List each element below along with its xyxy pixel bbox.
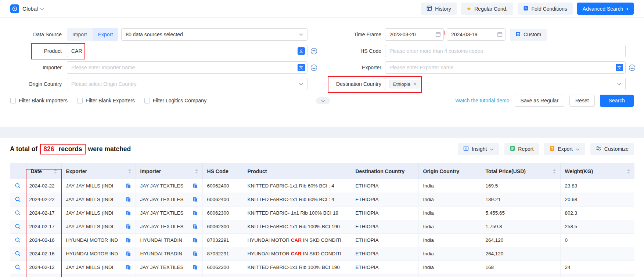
column-header-exporter[interactable]: Exporter [61, 163, 136, 179]
copy-icon[interactable] [126, 224, 131, 229]
data-source-select[interactable]: 80 data sources selected [121, 28, 307, 41]
summary-suffix: were matched [88, 145, 131, 153]
cell-origin: India [418, 179, 481, 193]
importer-label: Importer [10, 65, 62, 70]
copy-icon[interactable] [193, 237, 198, 243]
cell-exporter: HYUNDAI MOTOR IND [61, 247, 136, 260]
cell-detail [10, 179, 26, 193]
reset-button[interactable]: Reset [569, 95, 595, 107]
chevron-down-icon [617, 83, 621, 85]
cell-product: KNITTED FABRIC-1x1 Rib 60% BCI : 4 [243, 179, 351, 193]
cell-hs-code: 60062400 [202, 193, 243, 206]
cell-importer: Cadila Pharmaceuti [136, 274, 202, 277]
remove-tag-icon[interactable]: ✕ [413, 82, 417, 86]
copy-icon[interactable] [126, 251, 131, 256]
sort-icon[interactable] [553, 169, 556, 174]
calendar-icon[interactable] [497, 32, 503, 37]
product-input[interactable] [67, 45, 307, 57]
row-search-icon[interactable] [15, 210, 21, 216]
row-search-icon[interactable] [15, 183, 21, 189]
cell-hs-code: 87032291 [202, 233, 243, 247]
row-search-icon[interactable] [15, 237, 21, 243]
filter-logistics-checkbox[interactable]: Filter Logitics Company [144, 98, 206, 103]
checkbox-icon[interactable] [10, 98, 16, 103]
advanced-search-button[interactable]: Advanced Search › [577, 3, 634, 15]
customize-button[interactable]: Customize [590, 143, 634, 155]
hs-code-input[interactable] [385, 45, 626, 57]
save-as-regular-button[interactable]: Save as Regular [515, 95, 565, 107]
row-search-icon[interactable] [15, 196, 21, 203]
results-summary: A total of 826 records were matched [10, 144, 131, 154]
cell-importer: JAY JAY TEXTILES [136, 220, 202, 233]
copy-icon[interactable] [193, 210, 198, 216]
translate-icon[interactable]: 文 [298, 64, 305, 71]
custom-range-button[interactable]: Custom [510, 29, 547, 41]
copy-icon[interactable] [193, 197, 198, 202]
tutorial-link[interactable]: Watch the tutorial demo [455, 98, 509, 103]
copy-icon[interactable] [126, 197, 131, 202]
fold-icon [523, 6, 529, 12]
exporter-input[interactable] [385, 61, 626, 74]
cell-total-price: 264,120 [481, 247, 560, 260]
insight-button[interactable]: Insight [458, 143, 499, 155]
filter-blank-exporters-checkbox[interactable]: Filter Blank Exporters [77, 98, 135, 103]
cell-detail [10, 193, 26, 206]
report-icon [510, 146, 515, 152]
filter-blank-importers-checkbox[interactable]: Filter Blank Importers [10, 98, 68, 103]
import-tab[interactable]: Import [67, 28, 93, 41]
copy-icon[interactable] [126, 183, 131, 189]
copy-icon[interactable] [193, 265, 198, 270]
column-header-date[interactable]: Date [26, 163, 61, 179]
column-header-total-price-usd[interactable]: Total Price(USD) [481, 163, 560, 179]
collapse-form-button[interactable] [316, 97, 330, 104]
logic-toggle-icon[interactable] [310, 48, 317, 55]
destination-country-select[interactable]: Ethiopia ✕ [385, 78, 626, 90]
sort-icon[interactable] [195, 169, 198, 174]
translate-icon[interactable]: 文 [298, 47, 305, 55]
results-section: A total of 826 records were matched Insi… [0, 142, 644, 277]
checkbox-icon[interactable] [77, 98, 83, 103]
sort-icon[interactable] [128, 169, 131, 174]
cell-total-price: 264,120 [481, 233, 560, 247]
summary-prefix: A total of [10, 145, 37, 153]
logic-toggle-icon[interactable] [310, 64, 317, 71]
regular-cond-button[interactable]: ★ Regular Cond. [461, 3, 513, 15]
row-search-icon[interactable] [15, 223, 21, 230]
checkbox-icon[interactable] [144, 98, 150, 103]
date-start-field [385, 28, 444, 41]
calendar-icon[interactable] [435, 32, 441, 37]
copy-icon[interactable] [126, 265, 131, 270]
copy-icon[interactable] [193, 251, 198, 256]
customize-icon [596, 146, 601, 152]
row-search-icon[interactable] [15, 264, 21, 270]
copy-icon[interactable] [193, 224, 198, 229]
export-tab[interactable]: Export [93, 28, 118, 41]
origin-country-select[interactable]: Please select Origin Country [67, 78, 307, 90]
sort-icon[interactable] [627, 169, 630, 174]
logic-toggle-icon[interactable] [629, 64, 636, 71]
cell-hs-code: 48191010 [202, 274, 243, 277]
copy-icon[interactable] [126, 210, 131, 216]
copy-icon[interactable] [126, 237, 131, 243]
translate-icon[interactable]: 文 [616, 64, 623, 71]
copy-icon[interactable] [193, 183, 198, 189]
cell-detail [10, 274, 26, 277]
date-start-input[interactable] [385, 28, 444, 41]
history-button[interactable]: History [421, 3, 457, 15]
column-header-importer[interactable]: Importer [136, 163, 202, 179]
chevron-down-icon [299, 33, 303, 36]
sort-icon[interactable] [54, 169, 57, 174]
cell-product: KNITTED FABRIC-1x1 Rib 100% BCI 190 [243, 260, 351, 274]
export-button[interactable]: Export [544, 143, 585, 155]
report-button[interactable]: Report [504, 143, 539, 155]
cell-destination: ETHIOPIA [351, 206, 418, 220]
region-selector[interactable]: Global [22, 6, 44, 12]
fold-conditions-button[interactable]: Fold Conditions [518, 3, 573, 15]
region-label: Global [22, 6, 38, 12]
date-end-input[interactable] [447, 28, 506, 41]
importer-input[interactable] [67, 61, 307, 74]
column-header-weight-kg[interactable]: Weight(KG) [560, 163, 634, 179]
cell-detail [10, 260, 26, 274]
search-button[interactable]: Search [600, 95, 634, 107]
row-search-icon[interactable] [15, 251, 21, 257]
